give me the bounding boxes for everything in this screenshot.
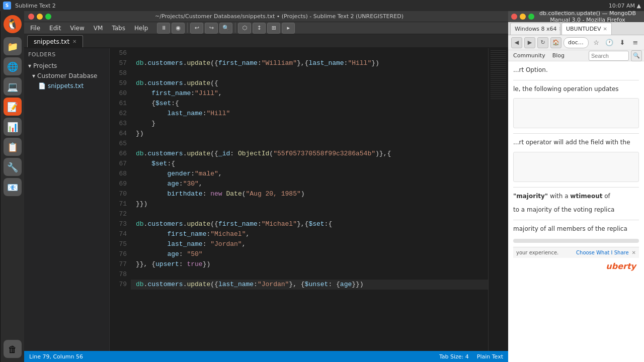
- separator1: [187, 23, 188, 33]
- line-num-76: 76: [110, 249, 131, 259]
- table-row: 56: [110, 48, 488, 58]
- file-icon: 📄: [38, 82, 46, 89]
- dock-icon-ubuntu[interactable]: 🐧: [4, 15, 22, 33]
- line-num-67: 67: [110, 159, 131, 169]
- browser-code-block2: [513, 152, 639, 182]
- browser-tab-ubuntu[interactable]: UBUNTUDEV ✕: [561, 23, 612, 35]
- status-tab-size: Tab Size: 4: [439, 353, 469, 360]
- sidebar-projects[interactable]: ▾ Projects: [24, 61, 109, 71]
- sidebar-snippets-file[interactable]: 📄 snippets.txt: [24, 81, 109, 91]
- dock-icon-spreadsheet[interactable]: 📊: [4, 118, 22, 136]
- uberty-logo: uberty: [606, 260, 636, 273]
- ff-max[interactable]: [528, 14, 534, 20]
- line-num-79: 79: [110, 280, 131, 290]
- toolbar-btn4[interactable]: ↕: [253, 23, 266, 34]
- tab-close-btn[interactable]: ✕: [72, 39, 76, 44]
- dock-icon-terminal[interactable]: 💻: [4, 77, 22, 96]
- browser-search-button[interactable]: 🔍: [631, 50, 642, 61]
- minimap-content: [489, 48, 508, 103]
- line-content-57: db.customers.update({first_name:"William…: [131, 58, 488, 68]
- sidebar-customer-db[interactable]: ▾ Customer Database: [24, 71, 109, 81]
- browser-tab-win8[interactable]: Windows 8 x64 ✕: [510, 23, 560, 35]
- menu-item-edit[interactable]: Edit: [45, 24, 65, 33]
- table-row: 74 first_name:"Michael",: [110, 229, 488, 239]
- minimize-button[interactable]: [37, 14, 43, 20]
- menu-item-vm[interactable]: VM: [90, 24, 107, 33]
- dock-icon-presentation[interactable]: 📋: [4, 138, 22, 156]
- firefox-controls: [511, 14, 534, 20]
- line-num-75: 75: [110, 239, 131, 249]
- dock-icon-browser[interactable]: 🌐: [4, 57, 22, 75]
- toolbar-btn2[interactable]: ◉: [172, 23, 185, 34]
- uberty-logo-area: uberty: [513, 258, 639, 275]
- browser-content-block4: "majority" with a wtimeout of to a major…: [513, 192, 639, 215]
- back-button[interactable]: ◀: [511, 37, 522, 48]
- browser-bottom-bar: your experience. Choose What I Share ✕: [513, 247, 639, 258]
- table-row: 78: [110, 269, 488, 280]
- ff-min[interactable]: [520, 14, 526, 20]
- tab-snippets[interactable]: snippets.txt ✕: [27, 35, 83, 47]
- folder-arrow: ▾: [28, 62, 31, 69]
- line-content-70: birthdate: new Date("Aug 20, 1985"): [131, 189, 488, 199]
- browser-tab-win8-close[interactable]: ✕: [559, 26, 560, 32]
- browser-menu-blog[interactable]: Blog: [549, 51, 568, 60]
- dock-icon-mail[interactable]: 📧: [4, 178, 22, 196]
- dock-icon-trash[interactable]: 🗑: [4, 340, 22, 358]
- os-time: 10:07 AM ▲: [609, 3, 641, 9]
- sidebar-header: FOLDERS: [24, 48, 109, 61]
- browser-url-bar[interactable]: docs.mongodb.org/manual/reference/method…: [564, 37, 589, 48]
- history-btn[interactable]: 🕐: [604, 37, 615, 48]
- browser-code-block1: [513, 98, 639, 128]
- table-row: 71 }}): [110, 199, 488, 209]
- app-window: S Sublime Text 2 10:07 AM ▲ 🐧 📁 🌐 💻 📝 📊 …: [0, 0, 644, 362]
- editor-section: ~/Projects/Customer Database/snippets.tx…: [24, 11, 508, 362]
- toolbar-search[interactable]: 🔍: [219, 23, 232, 34]
- browser-nav-bar: ◀ ▶ ↻ 🏠 docs.mongodb.org/manual/referenc…: [508, 35, 644, 50]
- line-content-67: $set:{: [131, 159, 488, 169]
- ff-close[interactable]: [511, 14, 517, 20]
- dock-icon-software[interactable]: 🔧: [4, 158, 22, 176]
- close-button[interactable]: [28, 14, 34, 20]
- browser-divider1: [513, 80, 639, 80]
- download-btn[interactable]: ⬇: [617, 37, 628, 48]
- maximize-button[interactable]: [45, 14, 51, 20]
- file-sidebar: FOLDERS ▾ Projects ▾ Customer Database 📄…: [24, 48, 110, 351]
- menu-bar: File Edit View VM Tabs Help ⏸ ◉ ↩ ↪ 🔍 ⬡ …: [24, 22, 508, 34]
- table-row: 63 }: [110, 119, 488, 129]
- table-row: 59 db.customers.update({: [110, 78, 488, 88]
- toolbar-btn6[interactable]: ▸: [282, 23, 295, 34]
- choose-share-btn[interactable]: Choose What I Share: [576, 249, 629, 257]
- line-content-59: db.customers.update({: [131, 78, 488, 88]
- bookmark-btn[interactable]: ☆: [591, 37, 602, 48]
- status-bar: Line 79, Column 56 Tab Size: 4 Plain Tex…: [24, 351, 508, 362]
- editor-main: FOLDERS ▾ Projects ▾ Customer Database 📄…: [24, 48, 508, 351]
- minimap: [488, 48, 508, 351]
- dock-icon-text-editor[interactable]: 📝: [4, 98, 22, 116]
- toolbar-pause[interactable]: ⏸: [157, 23, 170, 34]
- line-num-56: 56: [110, 48, 131, 58]
- reload-button[interactable]: ↻: [537, 37, 548, 48]
- toolbar-btn3[interactable]: ⬡: [238, 23, 251, 34]
- forward-button[interactable]: ▶: [524, 37, 535, 48]
- menu-item-help[interactable]: Help: [130, 24, 152, 33]
- browser-divider3: [513, 187, 639, 188]
- table-row: 67 $set:{: [110, 159, 488, 169]
- browser-tab-ubuntu-close[interactable]: ✕: [603, 26, 607, 32]
- menu-item-view[interactable]: View: [66, 24, 88, 33]
- line-num-65: 65: [110, 139, 131, 149]
- home-button[interactable]: 🏠: [550, 37, 561, 48]
- code-editor[interactable]: 56 57 db.customers.update({first_name:"W…: [110, 48, 488, 351]
- menu-btn[interactable]: ≡: [630, 37, 641, 48]
- browser-scrollbar[interactable]: [513, 239, 639, 243]
- dock-icon-files[interactable]: 📁: [4, 37, 22, 55]
- toolbar-undo[interactable]: ↩: [190, 23, 203, 34]
- menu-item-file[interactable]: File: [26, 24, 44, 33]
- separator2: [235, 23, 235, 33]
- toolbar-redo[interactable]: ↪: [205, 23, 218, 34]
- browser-menu-community[interactable]: Community: [510, 51, 548, 60]
- line-content-68: gender:"male",: [131, 169, 488, 179]
- menu-item-tabs[interactable]: Tabs: [108, 24, 129, 33]
- browser-search-input[interactable]: [589, 51, 629, 61]
- toolbar-btn5[interactable]: ⊞: [267, 23, 280, 34]
- browser-bottom-close[interactable]: ✕: [632, 249, 636, 257]
